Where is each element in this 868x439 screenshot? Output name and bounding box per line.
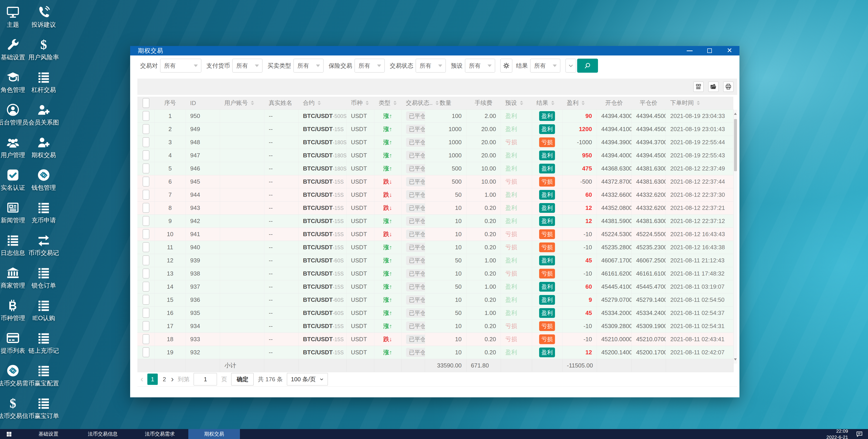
- desktop-icon-基础设置[interactable]: 基础设置: [0, 38, 28, 71]
- desktop-icon-币赢宝配置[interactable]: 币赢宝配置: [28, 364, 59, 397]
- filter-settings-button[interactable]: [500, 59, 513, 73]
- row-checkbox[interactable]: [143, 150, 149, 160]
- desktop-icon-提币列表[interactable]: 提币列表: [0, 331, 28, 364]
- row-checkbox[interactable]: [143, 334, 149, 344]
- next-page-button[interactable]: ›: [171, 375, 174, 383]
- row-checkbox[interactable]: [143, 164, 149, 173]
- filter-select-保险交易[interactable]: 所有: [354, 59, 385, 73]
- row-checkbox[interactable]: [143, 229, 149, 239]
- column-header-交易状态..[interactable]: 交易状态..: [401, 97, 425, 109]
- column-header-预设[interactable]: 预设: [501, 97, 532, 109]
- desktop-icon-新闻管理[interactable]: 新闻管理: [0, 201, 28, 234]
- desktop-icon-后台管理员[interactable]: 后台管理员: [0, 103, 28, 136]
- row-checkbox[interactable]: [143, 124, 149, 134]
- column-header-盈利[interactable]: 盈利: [562, 97, 597, 109]
- vertical-scrollbar[interactable]: [733, 110, 737, 363]
- cell-contract: BTC/USDT-15S: [298, 346, 346, 359]
- page-number-1[interactable]: 1: [147, 374, 158, 385]
- start-button[interactable]: [0, 429, 18, 439]
- taskbar-item-法币交易信息[interactable]: 法币交易信息: [74, 429, 131, 439]
- table-row: 4947--BTC/USDT-180SUSDT涨↑已平仓100020.00盈利盈…: [137, 149, 733, 162]
- desktop-icon-IEO认购[interactable]: IEO认购: [28, 299, 59, 331]
- more-filters-button[interactable]: [565, 59, 576, 73]
- row-checkbox[interactable]: [143, 321, 149, 331]
- page-number-2[interactable]: 2: [162, 376, 167, 383]
- close-button[interactable]: ×: [719, 46, 739, 56]
- row-checkbox[interactable]: [143, 177, 149, 186]
- desktop-icon-投诉建议[interactable]: 投诉建议: [28, 5, 59, 38]
- desktop-icon-label: 钱包管理: [31, 184, 56, 192]
- filter-select-买卖类型[interactable]: 所有: [293, 59, 324, 73]
- desktop-icon-币赢宝订单[interactable]: 币赢宝订单: [28, 397, 59, 429]
- desktop: 主题基础设置角色管理后台管理员用户管理实名认证新闻管理日志信息商家管理B币种管理…: [0, 0, 868, 429]
- desktop-icon-会员关系图[interactable]: 会员关系图: [28, 103, 59, 136]
- page-size-select[interactable]: 100 条/页: [287, 373, 328, 386]
- bank-icon: [6, 266, 20, 280]
- maximize-button[interactable]: [700, 46, 719, 56]
- desktop-icon-主题[interactable]: 主题: [0, 5, 28, 38]
- desktop-icon-用户管理[interactable]: 用户管理: [0, 136, 28, 169]
- desktop-icon-角色管理[interactable]: 角色管理: [0, 71, 28, 103]
- row-checkbox[interactable]: [143, 268, 149, 279]
- column-header-用户账号[interactable]: 用户账号: [220, 97, 264, 109]
- desktop-icon-商家管理[interactable]: 商家管理: [0, 266, 28, 299]
- row-checkbox[interactable]: [143, 216, 149, 226]
- taskbar-item-基础设置[interactable]: 基础设置: [23, 429, 74, 439]
- print-button[interactable]: [723, 82, 734, 92]
- column-header-下单时间[interactable]: 下单时间: [665, 97, 733, 109]
- search-button[interactable]: [577, 59, 598, 73]
- desktop-icon-期权交易[interactable]: 期权交易: [28, 136, 59, 169]
- desktop-icon-label: IEO认购: [32, 314, 55, 322]
- columns-button[interactable]: [693, 82, 704, 92]
- export-button[interactable]: [708, 82, 719, 92]
- desktop-icon-法币交易需[interactable]: 法币交易需: [0, 364, 28, 397]
- action-center-button[interactable]: [855, 429, 864, 439]
- desktop-icon-链上充币记[interactable]: 链上充币记: [28, 331, 59, 364]
- row-checkbox[interactable]: [143, 190, 149, 200]
- desktop-icon-实名认证[interactable]: 实名认证: [0, 169, 28, 201]
- scroll-up-arrow-icon[interactable]: [734, 110, 737, 117]
- filter-select-交易状态[interactable]: 所有: [415, 59, 446, 73]
- desktop-icon-锁仓订单[interactable]: 锁仓订单: [28, 266, 59, 299]
- prev-page-button[interactable]: ‹: [141, 375, 143, 383]
- filter-select-支付货币[interactable]: 所有: [232, 59, 262, 73]
- taskbar-clock[interactable]: 22:09 2022-6-21: [826, 428, 848, 439]
- row-checkbox[interactable]: [143, 295, 149, 305]
- scrollbar-thumb[interactable]: [734, 119, 737, 171]
- desktop-icon-用户风险率[interactable]: $用户风险率: [28, 38, 59, 71]
- desktop-icon-币种管理[interactable]: B币种管理: [0, 299, 28, 331]
- row-checkbox[interactable]: [143, 347, 149, 357]
- filter-select-结果[interactable]: 所有: [530, 59, 560, 73]
- cell-id: 950: [186, 109, 220, 122]
- desktop-icon-充币申请[interactable]: 充币申请: [28, 201, 59, 234]
- column-header-合约[interactable]: 合约: [298, 97, 346, 109]
- window-titlebar[interactable]: 期权交易 ×: [130, 46, 739, 56]
- desktop-icon-法币交易信[interactable]: $法币交易信: [0, 397, 28, 429]
- row-checkbox[interactable]: [143, 282, 149, 292]
- confirm-button[interactable]: 确定: [231, 373, 254, 386]
- goto-page-input[interactable]: [193, 373, 217, 386]
- filter-select-交易对[interactable]: 所有: [160, 59, 202, 73]
- row-checkbox[interactable]: [143, 203, 149, 213]
- row-checkbox[interactable]: [143, 255, 149, 265]
- select-all-checkbox[interactable]: [143, 98, 149, 108]
- row-checkbox[interactable]: [143, 242, 149, 252]
- column-header-结果[interactable]: 结果: [532, 97, 562, 109]
- desktop-icon-杠杆交易[interactable]: 杠杆交易: [28, 71, 59, 103]
- taskbar-item-期权交易[interactable]: 期权交易: [188, 429, 240, 439]
- row-checkbox[interactable]: [143, 308, 149, 318]
- filter-select-预设[interactable]: 所有: [465, 59, 495, 73]
- desktop-icon-日志信息[interactable]: 日志信息: [0, 234, 28, 266]
- taskbar-item-法币交易需求[interactable]: 法币交易需求: [131, 429, 188, 439]
- column-header-类型[interactable]: 类型: [374, 97, 401, 109]
- cell-seq: 15: [155, 293, 186, 306]
- desktop-icon-钱包管理[interactable]: 钱包管理: [28, 169, 59, 201]
- scroll-down-arrow-icon[interactable]: [734, 356, 737, 363]
- minimize-button[interactable]: [680, 46, 700, 56]
- cell-status: 已平仓: [401, 136, 425, 149]
- status-badge: 已平仓: [406, 348, 425, 357]
- desktop-icon-币币交易记[interactable]: 币币交易记: [28, 234, 59, 266]
- row-checkbox[interactable]: [143, 137, 149, 147]
- row-checkbox[interactable]: [143, 111, 149, 121]
- column-header-币种[interactable]: 币种: [346, 97, 374, 109]
